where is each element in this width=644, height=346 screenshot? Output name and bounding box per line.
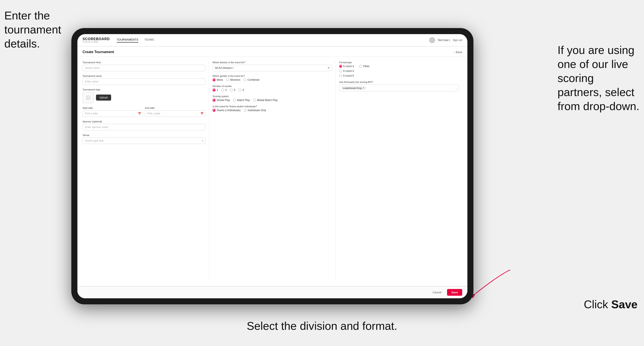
logo-upload-area: Upload [82,92,205,103]
format-other-radio[interactable] [359,65,362,68]
rounds-group: Number of rounds 1 2 [212,85,332,92]
scoring-medal-label: Medal Match Play [257,99,278,102]
venue-group: Venue ▼ [82,134,205,144]
navbar: SCOREBOARD Powered by clippit TOURNAMENT… [78,34,468,47]
format-5c4-radio[interactable] [339,65,342,68]
live-scoring-tag-close[interactable]: ✕ [362,87,364,89]
format-6c4-label: 6 count 4 [343,69,354,73]
tournament-host-input[interactable] [82,65,205,71]
tournament-name-input[interactable] [82,78,205,85]
nav-right: Test User | Sign out [429,37,462,43]
format-option-other[interactable]: Other [359,65,370,68]
scoring-option-stroke[interactable]: Stroke Play [212,99,230,102]
rounds-radio-group: 1 2 3 [212,88,332,92]
gender-option-combined[interactable]: Combined [244,78,260,81]
live-scoring-chevron-icon: ⌄ [455,87,457,89]
nav-tournaments[interactable]: TOURNAMENTS [117,38,138,42]
format-label: Format type [339,61,459,64]
scoring-option-match[interactable]: Match Play [233,99,250,102]
annotation-enter-details: Enter the tournament details. [4,9,69,51]
annotation-save-bold: Save [611,298,638,311]
gender-group: Which gender is the event for? Mens Wome… [212,75,332,81]
rounds-label: Number of rounds [212,85,332,87]
tournament-logo-group: Tournament logo Upload [82,88,205,103]
teams-radio-group: Teams (+Individuals) Individuals Only [212,109,332,112]
cancel-button[interactable]: Cancel [430,289,444,296]
format-option-6c4[interactable]: 6 count 4 [339,69,354,73]
gender-mens-radio[interactable] [212,78,216,81]
annotation-click-save: Click Save [584,297,638,312]
rounds-option-4[interactable]: 4 [238,88,244,92]
scoring-match-radio[interactable] [233,99,236,102]
teams-option-individuals[interactable]: Individuals Only [244,109,266,112]
format-other-label: Other [363,65,370,68]
division-group: Which division is the event for? NCAA Di… [212,61,332,71]
live-scoring-group: Use third-party live scoring API? Leader… [339,81,459,92]
sponsor-input[interactable] [82,124,205,130]
logo-placeholder [82,92,94,103]
scoring-medal-radio[interactable] [253,99,256,102]
gender-womens-radio[interactable] [226,78,229,81]
sponsor-label: Sponsor (optional) [82,120,205,123]
rounds-3-radio[interactable] [230,88,233,92]
format-option-5c4[interactable]: 5 count 4 [339,65,354,68]
start-date-input[interactable] [82,110,143,117]
save-button[interactable]: Save [447,289,462,296]
gender-mens-label: Mens [216,78,223,81]
form-columns: Tournament Host Tournament name Tourname… [78,57,468,286]
scoring-stroke-label: Stroke Play [216,99,230,102]
end-date-input[interactable] [145,110,205,117]
nav-signout[interactable]: Sign out [453,39,462,42]
rounds-option-3[interactable]: 3 [230,88,236,92]
end-date-wrapper: 📅 [145,110,205,117]
rounds-option-2[interactable]: 2 [221,88,227,92]
sponsor-group: Sponsor (optional) [82,120,205,130]
rounds-1-radio[interactable] [212,88,216,92]
gender-label: Which gender is the event for? [212,75,332,77]
teams-teams-radio[interactable] [212,109,216,112]
venue-input[interactable] [82,138,205,144]
gender-option-womens[interactable]: Womens [226,78,240,81]
scoring-label: Scoring system [212,95,332,98]
tournament-host-label: Tournament Host [82,61,205,64]
form-area: Tournament Host Tournament name Tourname… [78,57,468,298]
rounds-2-label: 2 [225,88,227,92]
rounds-4-radio[interactable] [238,88,241,92]
back-link[interactable]: ‹ Back [454,50,462,54]
tournament-logo-label: Tournament logo [82,88,205,91]
tablet-screen: SCOREBOARD Powered by clippit TOURNAMENT… [78,34,468,298]
format-option-6c5[interactable]: 6 count 5 [339,74,354,77]
upload-button[interactable]: Upload [96,95,111,101]
gender-combined-label: Combined [248,78,260,81]
rounds-2-radio[interactable] [221,88,224,92]
teams-individuals-label: Individuals Only [248,109,266,112]
rounds-1-label: 1 [216,88,218,92]
annotation-click-save-prefix: Click [584,298,611,311]
annotation-division-format: Select the division and format. [246,319,398,333]
gender-radio-group: Mens Womens Combined [212,78,332,81]
gender-combined-radio[interactable] [244,78,246,81]
end-date-label: End date [145,107,205,109]
gender-option-mens[interactable]: Mens [212,78,223,81]
division-label: Which division is the event for? [212,61,332,64]
user-avatar [429,37,435,43]
live-scoring-input[interactable]: Leaderboard King ✕ ⌄ [339,84,459,92]
teams-individuals-radio[interactable] [244,109,247,112]
gender-womens-label: Womens [230,78,240,81]
format-6c4-radio[interactable] [339,69,342,73]
end-calendar-icon: 📅 [200,112,204,115]
scoring-option-medal[interactable]: Medal Match Play [253,99,278,102]
rounds-option-1[interactable]: 1 [212,88,218,92]
form-col-3: Format type 5 count 4 6 count [336,61,462,282]
division-select[interactable]: NCAA Division I NCAA Division II NCAA Di… [212,65,332,71]
end-date-group: End date 📅 [145,107,205,117]
page-header: Create Tournament ‹ Back [78,47,468,57]
venue-label: Venue [82,134,205,136]
venue-chevron-icon: ▼ [202,140,204,142]
annotation-live-scoring: If you are using one of our live scoring… [558,43,640,113]
teams-option-teams[interactable]: Teams (+Individuals) [212,109,240,112]
nav-teams[interactable]: TEAMS [144,38,154,42]
scoring-stroke-radio[interactable] [212,99,216,102]
live-scoring-select-wrapper: Leaderboard King ✕ ⌄ [339,84,459,92]
format-6c5-radio[interactable] [339,74,342,77]
